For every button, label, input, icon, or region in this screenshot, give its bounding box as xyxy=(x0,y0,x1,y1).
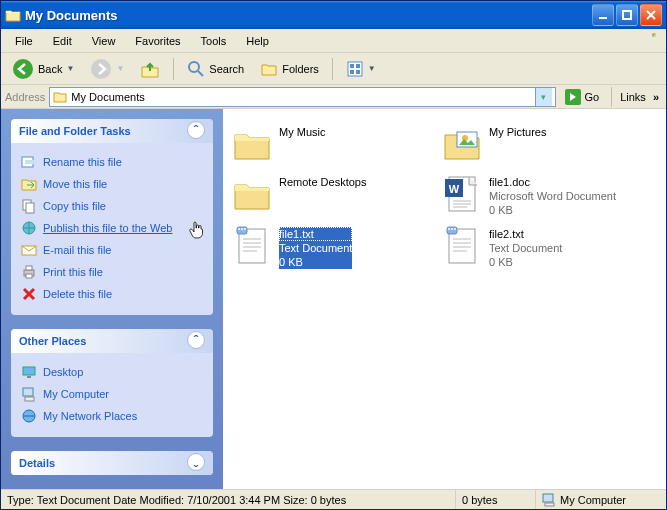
menubar: File Edit View Favorites Tools Help xyxy=(1,29,666,53)
network-icon xyxy=(21,408,37,424)
folder-icon xyxy=(5,7,21,23)
details-panel: Details ˆ xyxy=(11,451,213,475)
go-arrow-icon xyxy=(564,88,582,106)
close-button[interactable] xyxy=(640,4,662,26)
menu-tools[interactable]: Tools xyxy=(193,33,235,49)
titlebar[interactable]: My Documents xyxy=(1,1,666,29)
go-button[interactable]: Go xyxy=(560,86,604,108)
task-publish[interactable]: Publish this file to the Web xyxy=(21,217,203,239)
windows-logo-icon xyxy=(644,31,664,51)
back-button[interactable]: Back ▼ xyxy=(5,54,81,84)
minimize-button[interactable] xyxy=(592,4,614,26)
expand-icon[interactable]: ˆ xyxy=(187,453,205,471)
place-network[interactable]: My Network Places xyxy=(21,405,203,427)
svg-rect-57 xyxy=(545,503,554,506)
file-item-txt-selected[interactable]: file1.txtText Document0 KB xyxy=(227,221,437,273)
folder-item[interactable]: My Pictures xyxy=(437,119,647,169)
search-label: Search xyxy=(209,63,244,75)
computer-icon xyxy=(542,493,556,507)
status-zone: My Computer xyxy=(536,490,666,509)
panel-header[interactable]: Details ˆ xyxy=(11,451,213,475)
other-places-panel: Other Places ˆ Desktop My Computer My Ne… xyxy=(11,329,213,437)
place-my-computer[interactable]: My Computer xyxy=(21,383,203,405)
svg-rect-11 xyxy=(350,64,354,68)
file-item-txt[interactable]: file2.txtText Document0 KB xyxy=(437,221,647,273)
separator xyxy=(332,58,333,80)
svg-rect-13 xyxy=(350,70,354,74)
computer-icon xyxy=(21,386,37,402)
globe-icon xyxy=(21,220,37,236)
search-button[interactable]: Search xyxy=(180,56,251,82)
content-area: File and Folder Tasks ˆ Rename this file… xyxy=(1,109,666,489)
svg-rect-17 xyxy=(25,160,35,164)
window-title: My Documents xyxy=(25,8,590,23)
task-move[interactable]: Move this file xyxy=(21,173,203,195)
folder-item[interactable]: My Music xyxy=(227,119,437,169)
folders-label: Folders xyxy=(282,63,319,75)
svg-rect-14 xyxy=(356,70,360,74)
svg-rect-5 xyxy=(654,35,655,36)
search-icon xyxy=(187,60,205,78)
svg-point-40 xyxy=(238,228,240,230)
text-file-icon xyxy=(441,225,483,267)
separator xyxy=(173,58,174,80)
panel-title: File and Folder Tasks xyxy=(19,125,131,137)
file-item-doc[interactable]: W file1.docMicrosoft Word Document0 KB xyxy=(437,169,647,221)
email-icon xyxy=(21,242,37,258)
folder-item[interactable]: Remote Desktops xyxy=(227,169,437,221)
task-rename[interactable]: Rename this file xyxy=(21,151,203,173)
up-button[interactable] xyxy=(133,55,167,83)
toolbar: Back ▼ ▼ Search Folders ▼ xyxy=(1,53,666,85)
task-copy[interactable]: Copy this file xyxy=(21,195,203,217)
status-main: Type: Text Document Date Modified: 7/10/… xyxy=(1,490,456,509)
menu-view[interactable]: View xyxy=(84,33,124,49)
svg-text:W: W xyxy=(449,183,460,195)
hand-cursor-icon xyxy=(189,221,205,239)
svg-point-50 xyxy=(451,228,453,230)
links-label[interactable]: Links xyxy=(620,91,646,103)
forward-button[interactable]: ▼ xyxy=(83,54,131,84)
back-arrow-icon xyxy=(12,58,34,80)
item-size: 0 KB xyxy=(279,255,352,269)
menu-file[interactable]: File xyxy=(7,33,41,49)
address-label: Address xyxy=(5,91,45,103)
file-list[interactable]: My Music My Pictures Remote Desktops W f… xyxy=(223,109,666,489)
address-dropdown-icon[interactable]: ▾ xyxy=(535,88,552,106)
task-print[interactable]: Print this file xyxy=(21,261,203,283)
collapse-icon[interactable]: ˆ xyxy=(187,121,205,139)
svg-rect-1 xyxy=(623,11,631,19)
svg-rect-3 xyxy=(654,33,655,34)
maximize-button[interactable] xyxy=(616,4,638,26)
item-size: 0 KB xyxy=(489,255,562,269)
views-button[interactable]: ▼ xyxy=(339,56,383,82)
menu-favorites[interactable]: Favorites xyxy=(127,33,188,49)
svg-rect-4 xyxy=(652,35,653,36)
folder-icon xyxy=(53,90,67,104)
collapse-icon[interactable]: ˆ xyxy=(187,331,205,349)
common-tasks-pane: File and Folder Tasks ˆ Rename this file… xyxy=(1,109,223,489)
panel-header[interactable]: Other Places ˆ xyxy=(11,329,213,353)
dropdown-arrow-icon[interactable]: ▼ xyxy=(116,64,124,73)
menu-help[interactable]: Help xyxy=(238,33,277,49)
file-folder-tasks-panel: File and Folder Tasks ˆ Rename this file… xyxy=(11,119,213,315)
task-email[interactable]: E-mail this file xyxy=(21,239,203,261)
dropdown-arrow-icon[interactable]: ▼ xyxy=(368,64,376,73)
chevron-right-icon[interactable]: » xyxy=(650,91,662,103)
svg-point-7 xyxy=(91,59,111,79)
folders-button[interactable]: Folders xyxy=(253,56,326,82)
menu-edit[interactable]: Edit xyxy=(45,33,80,49)
item-name: file1.doc xyxy=(489,175,616,189)
svg-rect-23 xyxy=(26,266,32,270)
status-bar: Type: Text Document Date Modified: 7/10/… xyxy=(1,489,666,509)
svg-rect-24 xyxy=(26,274,32,278)
place-desktop[interactable]: Desktop xyxy=(21,361,203,383)
task-delete[interactable]: Delete this file xyxy=(21,283,203,305)
svg-rect-56 xyxy=(543,494,553,502)
dropdown-arrow-icon[interactable]: ▼ xyxy=(66,64,74,73)
word-doc-icon: W xyxy=(441,173,483,215)
move-icon xyxy=(21,176,37,192)
delete-x-icon xyxy=(21,286,37,302)
panel-header[interactable]: File and Folder Tasks ˆ xyxy=(11,119,213,143)
address-input[interactable]: My Documents ▾ xyxy=(49,87,555,107)
svg-point-8 xyxy=(189,62,199,72)
